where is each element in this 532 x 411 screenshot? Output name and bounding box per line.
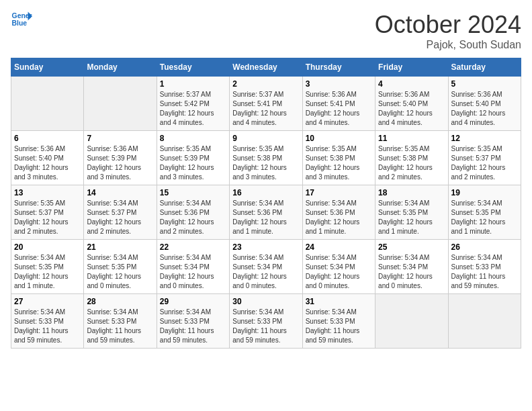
day-number: 25: [378, 242, 445, 252]
day-info: Sunrise: 5:36 AM Sunset: 5:39 PM Dayligh…: [87, 144, 153, 182]
calendar-cell: 19Sunrise: 5:34 AM Sunset: 5:35 PM Dayli…: [448, 185, 521, 240]
calendar-cell: 18Sunrise: 5:34 AM Sunset: 5:35 PM Dayli…: [375, 185, 448, 240]
day-number: 16: [232, 188, 299, 197]
calendar-cell: 31Sunrise: 5:34 AM Sunset: 5:33 PM Dayli…: [302, 294, 375, 349]
day-number: 15: [160, 188, 226, 197]
calendar-cell: 10Sunrise: 5:35 AM Sunset: 5:38 PM Dayli…: [302, 131, 375, 185]
svg-text:Blue: Blue: [12, 19, 28, 27]
calendar-cell: [84, 77, 157, 131]
day-info: Sunrise: 5:35 AM Sunset: 5:37 PM Dayligh…: [14, 199, 81, 236]
calendar-cell: 13Sunrise: 5:35 AM Sunset: 5:37 PM Dayli…: [11, 185, 84, 240]
day-info: Sunrise: 5:34 AM Sunset: 5:33 PM Dayligh…: [306, 308, 372, 345]
calendar-cell: 4Sunrise: 5:36 AM Sunset: 5:40 PM Daylig…: [375, 77, 448, 131]
day-info: Sunrise: 5:35 AM Sunset: 5:38 PM Dayligh…: [378, 144, 445, 182]
day-info: Sunrise: 5:34 AM Sunset: 5:37 PM Dayligh…: [87, 199, 153, 236]
calendar-cell: 8Sunrise: 5:35 AM Sunset: 5:39 PM Daylig…: [157, 131, 229, 185]
calendar-cell: 3Sunrise: 5:36 AM Sunset: 5:41 PM Daylig…: [302, 77, 375, 131]
calendar-cell: [448, 294, 521, 349]
day-number: 26: [451, 242, 518, 252]
day-number: 17: [306, 188, 372, 197]
calendar-cell: [11, 77, 84, 131]
calendar-cell: 30Sunrise: 5:34 AM Sunset: 5:33 PM Dayli…: [230, 294, 302, 349]
day-number: 3: [306, 79, 372, 89]
calendar-cell: 15Sunrise: 5:34 AM Sunset: 5:36 PM Dayli…: [157, 185, 229, 240]
day-number: 24: [306, 242, 372, 252]
day-info: Sunrise: 5:35 AM Sunset: 5:37 PM Dayligh…: [451, 144, 518, 182]
day-number: 14: [87, 188, 153, 197]
day-info: Sunrise: 5:34 AM Sunset: 5:33 PM Dayligh…: [451, 253, 518, 291]
weekday-header-sunday: Sunday: [11, 58, 84, 77]
day-info: Sunrise: 5:34 AM Sunset: 5:36 PM Dayligh…: [160, 199, 226, 236]
month-title: October 2024: [375, 11, 521, 39]
day-number: 11: [378, 134, 445, 143]
day-number: 2: [232, 79, 299, 89]
calendar-cell: 28Sunrise: 5:34 AM Sunset: 5:33 PM Dayli…: [84, 294, 157, 349]
calendar-cell: 25Sunrise: 5:34 AM Sunset: 5:34 PM Dayli…: [375, 240, 448, 294]
calendar-cell: 12Sunrise: 5:35 AM Sunset: 5:37 PM Dayli…: [448, 131, 521, 185]
day-info: Sunrise: 5:34 AM Sunset: 5:33 PM Dayligh…: [14, 308, 81, 345]
page-header: General Blue October 2024 Pajok, South S…: [11, 11, 521, 51]
calendar-table: SundayMondayTuesdayWednesdayThursdayFrid…: [11, 58, 521, 349]
day-number: 12: [451, 134, 518, 143]
weekday-header-monday: Monday: [84, 58, 157, 77]
calendar-cell: 29Sunrise: 5:34 AM Sunset: 5:33 PM Dayli…: [157, 294, 229, 349]
day-number: 9: [232, 134, 299, 143]
day-number: 10: [306, 134, 372, 143]
day-info: Sunrise: 5:34 AM Sunset: 5:34 PM Dayligh…: [160, 253, 226, 291]
day-info: Sunrise: 5:34 AM Sunset: 5:35 PM Dayligh…: [87, 253, 153, 291]
calendar-cell: 17Sunrise: 5:34 AM Sunset: 5:36 PM Dayli…: [302, 185, 375, 240]
day-info: Sunrise: 5:35 AM Sunset: 5:38 PM Dayligh…: [306, 144, 372, 182]
day-number: 13: [14, 188, 81, 197]
logo-icon: General Blue: [11, 11, 32, 30]
week-row-4: 20Sunrise: 5:34 AM Sunset: 5:35 PM Dayli…: [11, 240, 521, 294]
day-number: 18: [378, 188, 445, 197]
weekday-header-friday: Friday: [375, 58, 448, 77]
calendar-cell: 9Sunrise: 5:35 AM Sunset: 5:38 PM Daylig…: [230, 131, 302, 185]
day-info: Sunrise: 5:34 AM Sunset: 5:36 PM Dayligh…: [306, 199, 372, 236]
day-number: 8: [160, 134, 226, 143]
calendar-cell: 27Sunrise: 5:34 AM Sunset: 5:33 PM Dayli…: [11, 294, 84, 349]
day-number: 19: [451, 188, 518, 197]
week-row-1: 1Sunrise: 5:37 AM Sunset: 5:42 PM Daylig…: [11, 77, 521, 131]
calendar-cell: 20Sunrise: 5:34 AM Sunset: 5:35 PM Dayli…: [11, 240, 84, 294]
day-number: 29: [160, 297, 226, 306]
day-info: Sunrise: 5:34 AM Sunset: 5:35 PM Dayligh…: [451, 199, 518, 236]
day-info: Sunrise: 5:36 AM Sunset: 5:40 PM Dayligh…: [14, 144, 81, 182]
day-number: 23: [232, 242, 299, 252]
day-number: 31: [306, 297, 372, 306]
calendar-cell: 5Sunrise: 5:36 AM Sunset: 5:40 PM Daylig…: [448, 77, 521, 131]
day-number: 21: [87, 242, 153, 252]
calendar-cell: 14Sunrise: 5:34 AM Sunset: 5:37 PM Dayli…: [84, 185, 157, 240]
day-number: 22: [160, 242, 226, 252]
day-number: 5: [451, 79, 518, 89]
day-info: Sunrise: 5:36 AM Sunset: 5:40 PM Dayligh…: [451, 90, 518, 128]
day-number: 4: [378, 79, 445, 89]
calendar-cell: 21Sunrise: 5:34 AM Sunset: 5:35 PM Dayli…: [84, 240, 157, 294]
day-info: Sunrise: 5:34 AM Sunset: 5:34 PM Dayligh…: [378, 253, 445, 291]
day-info: Sunrise: 5:34 AM Sunset: 5:33 PM Dayligh…: [160, 308, 226, 345]
day-info: Sunrise: 5:36 AM Sunset: 5:41 PM Dayligh…: [306, 90, 372, 128]
calendar-cell: 16Sunrise: 5:34 AM Sunset: 5:36 PM Dayli…: [230, 185, 302, 240]
calendar-cell: 24Sunrise: 5:34 AM Sunset: 5:34 PM Dayli…: [302, 240, 375, 294]
location-title: Pajok, South Sudan: [375, 39, 521, 51]
day-info: Sunrise: 5:34 AM Sunset: 5:35 PM Dayligh…: [14, 253, 81, 291]
day-info: Sunrise: 5:35 AM Sunset: 5:38 PM Dayligh…: [232, 144, 299, 182]
day-number: 1: [160, 79, 226, 89]
calendar-cell: 22Sunrise: 5:34 AM Sunset: 5:34 PM Dayli…: [157, 240, 229, 294]
day-number: 7: [87, 134, 153, 143]
logo: General Blue: [11, 11, 32, 30]
calendar-cell: 7Sunrise: 5:36 AM Sunset: 5:39 PM Daylig…: [84, 131, 157, 185]
day-number: 20: [14, 242, 81, 252]
day-info: Sunrise: 5:34 AM Sunset: 5:33 PM Dayligh…: [232, 308, 299, 345]
weekday-header-tuesday: Tuesday: [157, 58, 229, 77]
calendar-cell: 2Sunrise: 5:37 AM Sunset: 5:41 PM Daylig…: [230, 77, 302, 131]
week-row-5: 27Sunrise: 5:34 AM Sunset: 5:33 PM Dayli…: [11, 294, 521, 349]
week-row-3: 13Sunrise: 5:35 AM Sunset: 5:37 PM Dayli…: [11, 185, 521, 240]
day-info: Sunrise: 5:34 AM Sunset: 5:34 PM Dayligh…: [232, 253, 299, 291]
day-number: 30: [232, 297, 299, 306]
day-info: Sunrise: 5:37 AM Sunset: 5:42 PM Dayligh…: [160, 90, 226, 128]
weekday-header-row: SundayMondayTuesdayWednesdayThursdayFrid…: [11, 58, 521, 77]
week-row-2: 6Sunrise: 5:36 AM Sunset: 5:40 PM Daylig…: [11, 131, 521, 185]
day-info: Sunrise: 5:34 AM Sunset: 5:33 PM Dayligh…: [87, 308, 153, 345]
day-number: 28: [87, 297, 153, 306]
